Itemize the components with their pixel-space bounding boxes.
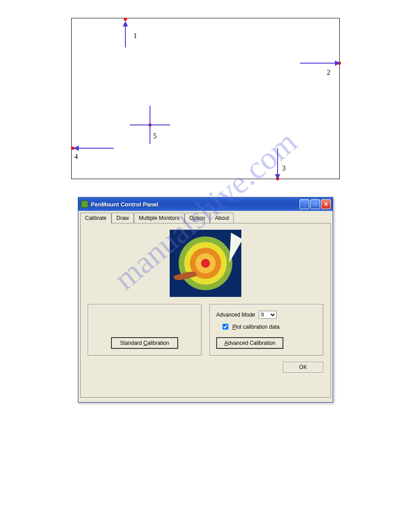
panel-row: Standard Calibration Advanced Mode 9 Plo…	[88, 304, 323, 356]
advanced-mode-select[interactable]: 9	[259, 311, 277, 319]
tab-multiple-monitors[interactable]: Multiple Monitors	[134, 213, 184, 223]
close-icon: ✕	[324, 201, 328, 207]
calib-point-1	[124, 18, 127, 21]
plot-calibration-checkbox[interactable]	[223, 324, 228, 330]
arrow-4-line	[78, 148, 114, 149]
tab-about[interactable]: About	[210, 213, 234, 223]
target-ring	[201, 259, 210, 268]
arrow-2-head	[335, 60, 340, 66]
advanced-calibration-button[interactable]: Advanced Calibration	[216, 337, 283, 349]
ok-button-row: OK	[88, 362, 323, 373]
standard-calibration-panel: Standard Calibration	[88, 304, 201, 356]
std-btn-prefix: Standard	[120, 340, 143, 346]
calibration-target-image	[170, 230, 241, 297]
plot-checkbox-row: Plot calibration data	[221, 322, 317, 331]
client-area: Calibrate Draw Multiple Monitors Option …	[78, 211, 333, 402]
calibration-diagram: 1 2 3 4 5	[71, 18, 340, 179]
window-buttons: _ □ ✕	[300, 199, 331, 209]
calib-label-1: 1	[133, 32, 137, 40]
std-btn-key: C	[143, 340, 147, 346]
maximize-button[interactable]: □	[310, 199, 320, 209]
arrow-4-head	[73, 146, 79, 151]
app-icon	[81, 201, 88, 208]
calib-label-5: 5	[153, 132, 157, 140]
calib-label-4: 4	[74, 153, 78, 161]
titlebar: PenMount Control Panel _ □ ✕	[78, 197, 333, 211]
arrow-3-line	[277, 148, 278, 175]
plot-rest: lot calibration data	[236, 324, 279, 330]
advanced-calibration-panel: Advanced Mode 9 Plot calibration data Ad…	[210, 304, 323, 356]
plot-calibration-label: Plot calibration data	[232, 324, 279, 330]
maximize-icon: □	[313, 201, 317, 207]
arrow-3-head	[275, 174, 280, 180]
calib-label-3: 3	[282, 164, 286, 172]
close-button[interactable]: ✕	[321, 199, 331, 209]
tab-option[interactable]: Option	[184, 213, 210, 223]
tab-strip: Calibrate Draw Multiple Monitors Option …	[80, 213, 331, 223]
window-title: PenMount Control Panel	[91, 201, 300, 208]
advanced-mode-row: Advanced Mode 9	[216, 311, 317, 319]
std-btn-rest: alibration	[147, 340, 169, 346]
arrow-2-line	[300, 63, 336, 64]
arrow-1-line	[125, 23, 126, 47]
tab-body-calibrate: Standard Calibration Advanced Mode 9 Plo…	[80, 223, 331, 398]
adv-btn-rest: dvanced Calibration	[228, 340, 275, 346]
cross-5-v	[150, 106, 150, 144]
standard-calibration-button[interactable]: Standard Calibration	[111, 337, 178, 349]
ok-button[interactable]: OK	[283, 362, 323, 373]
plot-key: P	[232, 324, 236, 330]
minimize-button[interactable]: _	[300, 199, 309, 209]
calib-label-2: 2	[327, 69, 330, 77]
penmount-control-panel-window: PenMount Control Panel _ □ ✕ Calibrate D…	[78, 197, 333, 403]
tab-draw[interactable]: Draw	[111, 213, 134, 223]
tab-calibrate[interactable]: Calibrate	[80, 213, 111, 223]
minimize-icon: _	[303, 201, 306, 207]
advanced-mode-label: Advanced Mode	[216, 312, 255, 318]
arrow-1-head	[123, 21, 128, 26]
adv-btn-key: A	[224, 340, 228, 346]
